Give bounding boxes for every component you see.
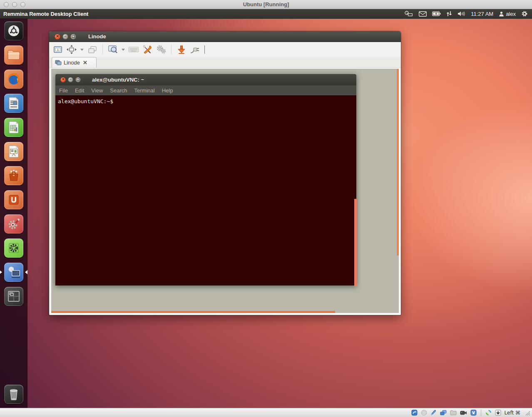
duplicate-connection-button[interactable]	[87, 44, 98, 55]
remote-desktop-view[interactable]: ✕ − ▢ alex@ubuntuVNC: ~ File Edit View S…	[51, 69, 399, 313]
terminal-window: ✕ − ▢ alex@ubuntuVNC: ~ File Edit View S…	[55, 74, 356, 285]
session-gear-icon[interactable]	[521, 10, 528, 17]
panel-app-title: Remmina Remote Desktop Client	[3, 11, 88, 17]
fit-window-dropdown[interactable]	[80, 44, 84, 55]
launcher-item-software-center[interactable]	[0, 164, 27, 188]
border-artifact-vertical-right	[397, 69, 399, 256]
keyboard-capture-icon[interactable]	[495, 410, 501, 416]
launcher-item-libreoffice-calc[interactable]	[0, 115, 27, 139]
virtualbox-features-icon[interactable]	[470, 410, 477, 416]
launcher-item-additional-drivers[interactable]	[0, 236, 27, 260]
menu-help[interactable]: Help	[162, 87, 173, 94]
ubuntu-one-icon	[7, 194, 20, 206]
statusbar-separator	[481, 410, 481, 416]
focused-indicator-arrow	[25, 270, 27, 274]
optical-drives-icon[interactable]	[421, 410, 427, 416]
launcher-item-workspace-switcher[interactable]	[0, 284, 27, 308]
launcher-item-ubuntu-one[interactable]	[0, 188, 27, 212]
battery-indicator-icon[interactable]	[432, 11, 441, 16]
remmina-minimize-button[interactable]: −	[62, 34, 68, 40]
system-settings-icon	[7, 217, 21, 231]
dash-home-icon	[7, 24, 21, 38]
preferences-button[interactable]	[156, 44, 167, 55]
fullscreen-button[interactable]: 1	[52, 44, 63, 55]
terminal-prompt: alex@ubuntuVNC:~$	[58, 98, 113, 104]
launcher-item-dash-home[interactable]	[0, 19, 27, 43]
chevron-down-icon	[122, 49, 125, 51]
launcher-item-libreoffice-writer[interactable]	[0, 91, 27, 115]
border-artifact-horizontal-bottom	[51, 311, 335, 313]
tab-close-icon[interactable]: ✕	[83, 60, 87, 66]
tab-linode[interactable]: Linode ✕	[52, 57, 97, 67]
calc-spreadsheet-icon	[8, 121, 20, 134]
tools-button[interactable]	[142, 44, 153, 55]
menu-terminal[interactable]: Terminal	[134, 87, 155, 94]
mail-indicator-icon[interactable]	[419, 11, 427, 17]
remote-desktop-indicator-icon[interactable]	[404, 11, 413, 17]
svg-text:1: 1	[57, 48, 59, 52]
firefox-icon	[6, 72, 21, 87]
unity-launcher	[0, 19, 27, 408]
scaled-view-icon	[108, 45, 118, 54]
impress-presentation-icon	[8, 145, 20, 158]
menu-view[interactable]: View	[91, 87, 103, 94]
text-cursor-artifact	[204, 45, 205, 54]
mouse-integration-icon[interactable]	[485, 410, 492, 416]
toolbar-separator	[171, 45, 172, 54]
software-center-bag-icon	[7, 169, 20, 182]
display-icon[interactable]	[440, 410, 447, 416]
terminal-close-button[interactable]: ✕	[60, 77, 66, 82]
shared-folders-icon[interactable]	[450, 410, 457, 415]
terminal-minimize-button[interactable]: −	[68, 77, 73, 82]
user-menu-label: alex	[506, 11, 516, 17]
fit-window-icon	[67, 45, 77, 54]
menu-search[interactable]: Search	[110, 87, 127, 94]
keyboard-grab-button[interactable]	[128, 44, 139, 55]
desktop-wallpaper: ✕ − ▢ Linode 1	[0, 19, 532, 408]
host-key-indicator[interactable]: Left ⌘	[505, 410, 520, 416]
menu-file[interactable]: File	[59, 87, 68, 94]
remmina-titlebar[interactable]: ✕ − ▢ Linode	[49, 31, 401, 42]
video-capture-icon[interactable]	[460, 410, 467, 415]
network-icon[interactable]	[430, 410, 437, 416]
terminal-menubar: File Edit View Search Terminal Help	[55, 85, 356, 95]
gears-icon	[156, 45, 167, 54]
user-menu-indicator[interactable]: alex	[499, 11, 516, 17]
launcher-item-files[interactable]	[0, 43, 27, 67]
launcher-item-trash[interactable]	[0, 382, 27, 406]
connection-tab-icon	[55, 60, 62, 65]
download-arrow-icon	[177, 45, 186, 54]
remmina-toolbar: 1	[49, 42, 401, 57]
hard-disks-icon[interactable]	[411, 410, 418, 416]
remote-view-frame: ✕ − ▢ alex@ubuntuVNC: ~ File Edit View S…	[50, 68, 400, 314]
trash-icon	[8, 387, 20, 401]
terminal-maximize-button[interactable]: ▢	[75, 77, 81, 82]
scaled-mode-button[interactable]	[107, 44, 118, 55]
network-traffic-indicator-icon[interactable]	[446, 11, 452, 17]
launcher-item-firefox[interactable]	[0, 67, 27, 91]
resize-grip[interactable]	[525, 410, 530, 416]
ubuntu-top-panel: Remmina Remote Desktop Client 11:27 AM a…	[0, 9, 532, 19]
launcher-item-system-settings[interactable]	[0, 212, 27, 236]
scaled-mode-dropdown[interactable]	[121, 44, 125, 55]
writer-document-icon	[8, 97, 20, 110]
terminal-titlebar[interactable]: ✕ − ▢ alex@ubuntuVNC: ~	[55, 74, 356, 85]
disconnect-button[interactable]	[190, 44, 201, 55]
remmina-close-button[interactable]: ✕	[55, 34, 60, 40]
remmina-window: ✕ − ▢ Linode 1	[49, 31, 401, 315]
volume-indicator-icon[interactable]	[457, 11, 465, 17]
tools-icon	[142, 45, 152, 55]
tab-linode-label: Linode	[64, 60, 80, 66]
remmina-icon	[7, 266, 21, 279]
remmina-maximize-button[interactable]: ▢	[70, 34, 76, 40]
menu-edit[interactable]: Edit	[75, 87, 84, 94]
launcher-item-remmina[interactable]	[0, 260, 27, 284]
terminal-body[interactable]: alex@ubuntuVNC:~$	[55, 95, 356, 285]
screenshot-button[interactable]	[176, 44, 187, 55]
files-folder-icon	[7, 50, 20, 60]
screen: Ubuntu [Running] Remmina Remote Desktop …	[0, 0, 532, 417]
clock-indicator[interactable]: 11:27 AM	[471, 11, 493, 17]
launcher-item-libreoffice-impress[interactable]	[0, 139, 27, 164]
remmina-window-title: Linode	[88, 33, 106, 40]
fit-window-button[interactable]	[66, 44, 77, 55]
